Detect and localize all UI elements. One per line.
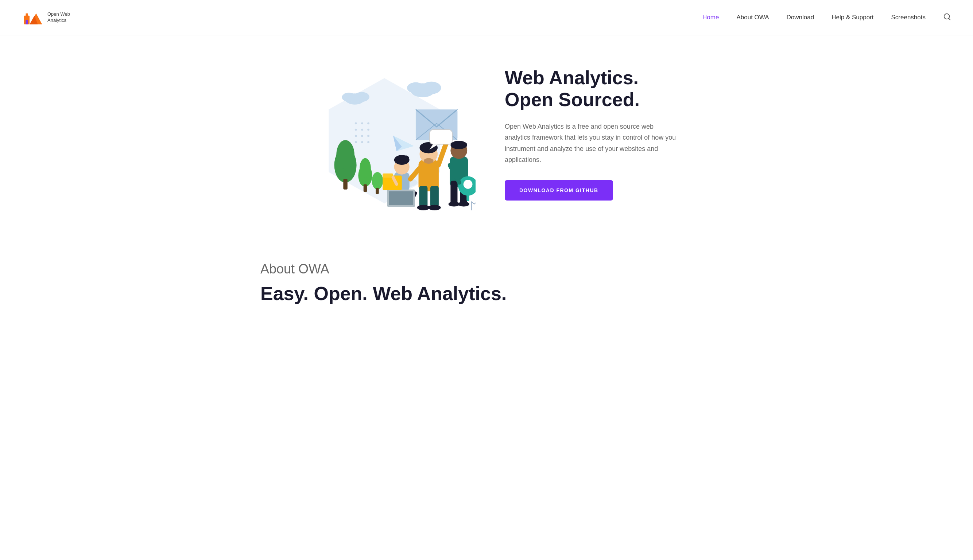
nav-help[interactable]: Help & Support	[831, 14, 873, 21]
svg-rect-33	[376, 188, 379, 194]
svg-point-65	[464, 180, 472, 189]
svg-point-10	[407, 82, 424, 94]
svg-point-52	[417, 205, 430, 210]
svg-rect-40	[389, 192, 413, 205]
svg-point-24	[361, 141, 363, 143]
main-nav: Home About OWA Download Help & Support S…	[703, 13, 951, 23]
svg-rect-46	[431, 186, 439, 207]
svg-line-6	[948, 18, 950, 20]
about-section: About OWA Easy. Open. Web Analytics.	[231, 240, 742, 319]
svg-point-38	[403, 155, 409, 162]
svg-point-22	[367, 135, 369, 137]
svg-point-21	[361, 135, 363, 137]
download-github-button[interactable]: DOWNLOAD FROM GITHUB	[505, 180, 613, 200]
svg-point-23	[355, 141, 357, 143]
svg-point-27	[336, 140, 354, 169]
svg-point-20	[355, 135, 357, 137]
svg-point-12	[354, 92, 369, 102]
svg-rect-45	[419, 186, 427, 207]
svg-point-53	[428, 205, 441, 210]
svg-point-19	[367, 129, 369, 131]
svg-rect-31	[364, 184, 367, 192]
svg-point-63	[451, 141, 467, 149]
search-icon[interactable]	[943, 13, 951, 23]
hero-title: Web Analytics. Open Sourced.	[505, 67, 680, 111]
svg-point-18	[361, 129, 363, 131]
svg-rect-1	[26, 13, 28, 17]
svg-rect-28	[343, 179, 347, 190]
nav-download[interactable]: Download	[787, 14, 814, 21]
svg-point-67	[449, 202, 460, 207]
logo-icon	[22, 7, 44, 28]
logo[interactable]: Open Web Analytics	[22, 7, 77, 28]
hero-content: Web Analytics. Open Sourced. Open Web An…	[505, 67, 680, 200]
svg-point-49	[424, 158, 434, 164]
svg-point-25	[367, 141, 369, 143]
svg-point-9	[422, 82, 441, 94]
svg-point-15	[361, 122, 363, 125]
hero-section: Web Analytics. Open Sourced. Open Web An…	[231, 35, 742, 240]
svg-rect-42	[382, 173, 393, 178]
svg-point-16	[367, 122, 369, 125]
hero-description: Open Web Analytics is a free and open so…	[505, 121, 680, 165]
about-label: About OWA	[260, 262, 713, 277]
svg-rect-4	[26, 20, 28, 25]
svg-point-14	[355, 122, 357, 125]
svg-rect-60	[451, 181, 457, 203]
about-tagline: Easy. Open. Web Analytics.	[260, 283, 713, 305]
svg-point-17	[355, 129, 357, 131]
logo-text: Open Web Analytics	[47, 11, 77, 24]
svg-point-32	[372, 172, 383, 190]
hero-illustration	[293, 57, 476, 210]
svg-point-68	[458, 202, 469, 207]
svg-rect-57	[430, 130, 452, 144]
nav-home[interactable]: Home	[703, 14, 719, 21]
svg-point-13	[342, 93, 356, 102]
svg-point-30	[360, 158, 371, 178]
nav-about[interactable]: About OWA	[736, 14, 769, 21]
nav-screenshots[interactable]: Screenshots	[891, 14, 926, 21]
